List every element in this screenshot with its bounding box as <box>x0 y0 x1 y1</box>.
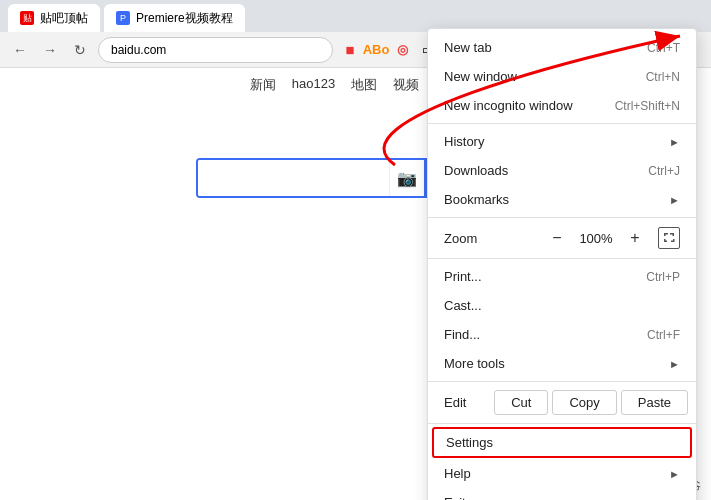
menu-item-exit[interactable]: Exit <box>428 488 696 500</box>
help-label: Help <box>444 466 669 481</box>
history-label: History <box>444 134 669 149</box>
settings-label: Settings <box>446 435 678 450</box>
zoom-value-display: 100% <box>576 231 616 246</box>
print-shortcut: Ctrl+P <box>646 270 680 284</box>
nav-hao123[interactable]: hao123 <box>292 76 335 94</box>
menu-divider-2 <box>428 217 696 218</box>
forward-button[interactable]: → <box>38 38 62 62</box>
more-tools-label: More tools <box>444 356 669 371</box>
paste-button[interactable]: Paste <box>621 390 688 415</box>
reload-button[interactable]: ↻ <box>68 38 92 62</box>
new-tab-label: New tab <box>444 40 647 55</box>
new-window-shortcut: Ctrl+N <box>646 70 680 84</box>
menu-item-new-window[interactable]: New window Ctrl+N <box>428 62 696 91</box>
menu-divider-3 <box>428 258 696 259</box>
fullscreen-button[interactable] <box>658 227 680 249</box>
more-tools-arrow: ► <box>669 358 680 370</box>
baidu-search-input[interactable] <box>198 160 389 196</box>
menu-item-find[interactable]: Find... Ctrl+F <box>428 320 696 349</box>
tab1-label: 贴吧顶帖 <box>40 10 88 27</box>
zoom-controls: − 100% + <box>546 227 680 249</box>
menu-item-incognito[interactable]: New incognito window Ctrl+Shift+N <box>428 91 696 120</box>
menu-item-print[interactable]: Print... Ctrl+P <box>428 262 696 291</box>
zoom-row: Zoom − 100% + <box>428 221 696 255</box>
history-arrow: ► <box>669 136 680 148</box>
edit-row: Edit Cut Copy Paste <box>428 385 696 420</box>
tab2-icon: P <box>116 11 130 25</box>
tab-1[interactable]: 贴 贴吧顶帖 <box>8 4 100 32</box>
zoom-label: Zoom <box>444 231 546 246</box>
menu-item-new-tab[interactable]: New tab Ctrl+T <box>428 33 696 62</box>
back-button[interactable]: ← <box>8 38 32 62</box>
incognito-shortcut: Ctrl+Shift+N <box>615 99 680 113</box>
find-label: Find... <box>444 327 647 342</box>
cast-label: Cast... <box>444 298 680 313</box>
downloads-shortcut: Ctrl+J <box>648 164 680 178</box>
zoom-minus-button[interactable]: − <box>546 227 568 249</box>
incognito-label: New incognito window <box>444 98 615 113</box>
tab2-label: Premiere视频教程 <box>136 10 233 27</box>
menu-item-downloads[interactable]: Downloads Ctrl+J <box>428 156 696 185</box>
copy-button[interactable]: Copy <box>552 390 616 415</box>
context-menu: New tab Ctrl+T New window Ctrl+N New inc… <box>427 28 697 500</box>
print-label: Print... <box>444 269 646 284</box>
address-input[interactable] <box>98 37 333 63</box>
find-shortcut: Ctrl+F <box>647 328 680 342</box>
menu-item-history[interactable]: History ► <box>428 127 696 156</box>
menu-item-help[interactable]: Help ► <box>428 459 696 488</box>
toolbar-icon-3[interactable]: ◎ <box>391 39 413 61</box>
menu-item-cast[interactable]: Cast... <box>428 291 696 320</box>
menu-divider-1 <box>428 123 696 124</box>
cut-button[interactable]: Cut <box>494 390 548 415</box>
exit-label: Exit <box>444 495 680 500</box>
downloads-label: Downloads <box>444 163 648 178</box>
help-arrow: ► <box>669 468 680 480</box>
edit-label: Edit <box>436 395 490 410</box>
new-window-label: New window <box>444 69 646 84</box>
menu-divider-5 <box>428 423 696 424</box>
zoom-plus-button[interactable]: + <box>624 227 646 249</box>
bookmarks-arrow: ► <box>669 194 680 206</box>
menu-divider-4 <box>428 381 696 382</box>
menu-item-bookmarks[interactable]: Bookmarks ► <box>428 185 696 214</box>
camera-search-button[interactable]: 📷 <box>389 160 425 196</box>
menu-item-settings[interactable]: Settings <box>432 427 692 458</box>
tab-2[interactable]: P Premiere视频教程 <box>104 4 245 32</box>
nav-map[interactable]: 地图 <box>351 76 377 94</box>
menu-item-more-tools[interactable]: More tools ► <box>428 349 696 378</box>
toolbar-icon-1[interactable]: ■ <box>339 39 361 61</box>
tab1-icon: 贴 <box>20 11 34 25</box>
fullscreen-icon <box>663 232 675 244</box>
new-tab-shortcut: Ctrl+T <box>647 41 680 55</box>
bookmarks-label: Bookmarks <box>444 192 669 207</box>
nav-video[interactable]: 视频 <box>393 76 419 94</box>
nav-news[interactable]: 新闻 <box>250 76 276 94</box>
toolbar-icon-2[interactable]: ABo <box>365 39 387 61</box>
